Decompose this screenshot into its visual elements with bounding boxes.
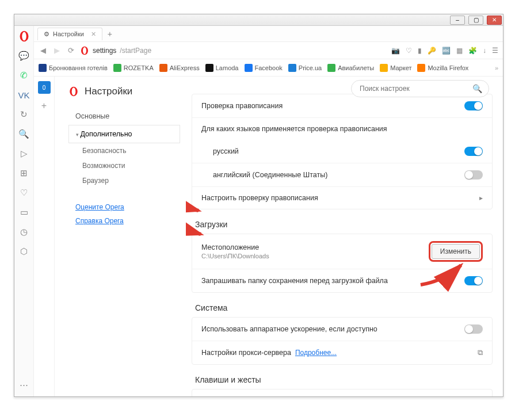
external-link-icon: ⧉ [478,348,483,357]
chevron-right-icon: ▸ [479,194,483,202]
clock-icon[interactable]: ◷ [18,226,30,238]
nav-main[interactable]: Основные [68,108,180,125]
url-path: /startPage [120,47,151,55]
lang-en-row[interactable]: английский (Соединенные Штаты) [192,163,492,187]
location-label: Местоположение [201,243,269,251]
minimize-button[interactable]: – [450,16,465,25]
workspace-icon[interactable]: 0 [38,81,51,94]
spellcheck-langs-header: Для каких языков применяется проверка пр… [192,118,492,140]
ask-before-download-toggle[interactable] [464,276,483,285]
bookmark-item[interactable]: Mozilla Firefox [417,64,468,72]
new-tab-button[interactable]: + [105,29,115,39]
key-icon[interactable]: 🔑 [428,47,436,55]
lang-ru-row[interactable]: русский [192,140,492,163]
close-button[interactable]: ✕ [487,16,502,25]
settings-sidebar: Настройки Основные Дополнительно Безопас… [55,77,186,396]
ask-before-download-row[interactable]: Запрашивать папку сохранения перед загру… [192,269,492,292]
heart-icon[interactable]: ♡ [18,187,30,198]
system-heading: Система [195,303,493,312]
tab-strip: ⚙ Настройки ✕ + [34,26,503,42]
menu-icon[interactable]: ☰ [492,47,498,55]
download-icon[interactable]: ↓ [483,47,486,55]
workspace-sidebar: 0 + [34,77,55,396]
vk-icon[interactable]: VK [18,89,30,101]
window-titlebar: – ▢ ✕ [14,14,503,26]
bookmark-item[interactable]: ROZETKA [113,64,154,72]
bookmark-item[interactable]: Price.ua [288,64,322,72]
cube-icon[interactable]: ⬡ [18,246,30,257]
browser-window: – ▢ ✕ 💬 ✆ VK ↻ 🔍 ▷ ⊞ ♡ ▭ ◷ ⬡ ⋯ ⚙ Настрой… [14,14,503,397]
ext1-icon[interactable]: ▦ [456,47,463,55]
hw-accel-toggle[interactable] [464,324,483,334]
svg-point-3 [83,47,86,54]
lang-en-toggle[interactable] [464,170,483,180]
tab-settings[interactable]: ⚙ Настройки ✕ [37,28,102,40]
bookmark-item[interactable]: Бронювання готелів [39,64,108,72]
opera-logo-icon [68,86,79,97]
toolbar-icons: 📷 ♡ ▮ 🔑 🔤 ▦ 🧩 ↓ ☰ [391,47,498,55]
proxy-more-link[interactable]: Подробнее... [295,349,337,357]
vertical-sidebar: 💬 ✆ VK ↻ 🔍 ▷ ⊞ ♡ ▭ ◷ ⬡ ⋯ [14,26,34,396]
forward-button[interactable]: ▶ [52,46,62,55]
bookmark-icon[interactable]: ▮ [418,47,422,55]
proxy-row[interactable]: Настройки прокси-сервера Подробнее... ⧉ [192,341,492,364]
whatsapp-icon[interactable]: ✆ [18,70,30,81]
add-workspace-button[interactable]: + [38,100,51,112]
bookmarks-overflow-icon[interactable]: » [495,64,498,71]
spellcheck-config-row[interactable]: Настроить проверку правописания ▸ [192,187,492,209]
snapshot-icon[interactable]: 📷 [391,47,400,55]
download-location-row: Местоположение C:\Users\ПК\Downloads Изм… [192,234,492,269]
bookmark-item[interactable]: Lamoda [205,64,239,72]
send-icon[interactable]: ▷ [18,148,30,159]
keys-heading: Клавиши и жесты [195,375,493,384]
spellcheck-toggle-row[interactable]: Проверка правописания [192,94,492,118]
history-icon[interactable]: ↻ [18,109,30,120]
url-field[interactable]: settings/startPage [80,46,387,55]
downloads-heading: Загрузки [195,220,493,229]
bookmark-item[interactable]: Авиабилеты [327,64,374,72]
heart-toolbar-icon[interactable]: ♡ [406,47,412,55]
spellcheck-toggle[interactable] [464,101,483,110]
bookmark-item[interactable]: Facebook [245,64,283,72]
opera-o-icon [80,46,89,55]
rate-opera-link[interactable]: Оцените Opera [75,203,180,211]
search-icon: 🔍 [472,84,482,93]
annotation-highlight: Изменить [429,241,483,262]
page-title: Настройки [85,86,132,97]
help-opera-link[interactable]: Справка Opera [75,217,180,225]
tab-title: Настройки [53,30,84,37]
location-value: C:\Users\ПК\Downloads [201,253,269,259]
bookmark-item[interactable]: Маркет [380,64,411,72]
url-host: settings [93,47,116,55]
row-label: Проверка правописания [201,102,283,110]
settings-content: 🔍 Проверка правописания Для каких языков… [186,77,503,396]
nav-browser[interactable]: Браузер [68,173,180,188]
news-icon[interactable]: ▭ [18,207,30,218]
address-bar-row: ◀ ▶ ⟳ settings/startPage 📷 ♡ ▮ 🔑 🔤 ▦ 🧩 ↓… [34,42,503,59]
ext2-icon[interactable]: 🧩 [468,47,477,55]
lang-ru-toggle[interactable] [464,147,483,156]
hw-accel-row[interactable]: Использовать аппаратное ускорение, если … [192,318,492,341]
search-input[interactable] [351,80,489,97]
speed-dial-icon[interactable]: ⊞ [18,167,30,179]
nav-features[interactable]: Возможности [68,158,180,173]
translate-icon[interactable]: 🔤 [442,47,451,55]
messenger-icon[interactable]: 💬 [18,50,30,62]
nav-security[interactable]: Безопасность [68,143,180,158]
maximize-button[interactable]: ▢ [468,16,483,25]
back-button[interactable]: ◀ [39,46,48,55]
nav-advanced[interactable]: Дополнительно [68,125,180,143]
more-icon[interactable]: ⋯ [18,379,30,391]
bookmarks-bar: Бронювання готелів ROZETKA AliExpress La… [34,59,503,77]
gear-icon: ⚙ [44,30,49,38]
tab-close-icon[interactable]: ✕ [91,30,96,38]
reload-button[interactable]: ⟳ [66,46,75,55]
svg-point-5 [72,87,76,96]
search-icon[interactable]: 🔍 [18,128,30,140]
opera-logo-icon[interactable] [18,30,30,42]
svg-point-1 [22,32,26,41]
change-location-button[interactable]: Изменить [432,244,480,259]
bookmark-item[interactable]: AliExpress [159,64,200,72]
